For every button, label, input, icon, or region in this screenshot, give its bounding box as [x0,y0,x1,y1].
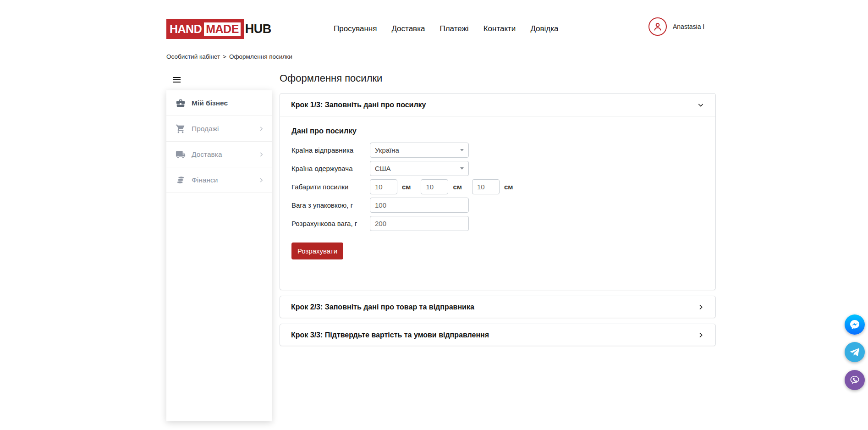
chevron-down-icon [697,101,704,109]
chevron-right-icon [258,126,264,132]
viber-icon [849,374,861,386]
logo-hand: HAND [170,22,202,36]
calc-weight-label: Розрахункова вага, г [291,220,370,227]
sender-country-row: Країна відправника Україна [291,143,704,158]
dimension-unit: см [453,183,461,191]
step3-title: Крок 3/3: Підтвердьте вартість та умови … [291,331,697,339]
telegram-button[interactable] [845,342,865,362]
dimension-unit: см [504,183,513,191]
dimension-width-input[interactable] [421,179,448,194]
step2-accordion-header[interactable]: Крок 2/3: Заповніть дані про товар та ві… [280,296,715,318]
recipient-country-value: США [375,165,460,172]
chevron-right-icon [697,331,704,339]
caret-down-icon [460,149,464,151]
step1-card: Крок 1/3: Заповніть дані про посилку Дан… [280,93,716,290]
nav-payments[interactable]: Платежі [439,24,468,33]
chevron-right-icon [258,177,264,183]
logo-made: MADE [204,22,241,36]
nav-contacts[interactable]: Контакти [483,24,516,33]
step2-card: Крок 2/3: Заповніть дані про товар та ві… [280,296,716,318]
sender-country-select[interactable]: Україна [370,143,469,158]
step2-title: Крок 2/3: Заповніть дані про товар та ві… [291,303,697,311]
chevron-right-icon [258,151,264,158]
viber-button[interactable] [845,370,865,390]
recipient-country-row: Країна одержувача США [291,161,704,176]
packed-weight-label: Вага з упаковкою, г [291,201,370,209]
user-name: Anastasia I [673,23,704,30]
calc-weight-input[interactable] [370,216,469,231]
sidebar-item-label: Доставка [192,150,258,159]
breadcrumb-separator: > [223,53,226,60]
sidebar-item-delivery[interactable]: Доставка [166,142,272,167]
nav-help[interactable]: Довідка [530,24,558,33]
sidebar-item-label: Продажі [192,125,258,133]
dimension-height-input[interactable] [472,179,500,194]
packed-weight-input[interactable] [370,198,469,213]
sidebar-item-my-business[interactable]: Мій бізнес [166,90,272,116]
calculate-button[interactable]: Розрахувати [291,243,343,259]
breadcrumb: Особистий кабінет > Оформлення посилки [166,53,292,60]
form-heading: Дані про посилку [291,127,704,135]
step1-accordion-header[interactable]: Крок 1/3: Заповніть дані про посилку [280,94,715,116]
sidebar-item-finance[interactable]: Фінанси [166,167,272,193]
messenger-icon [849,319,860,330]
page-title: Оформлення посилки [280,72,382,84]
sidebar-item-label: Мій бізнес [192,99,264,107]
breadcrumb-cabinet[interactable]: Особистий кабінет [166,53,220,60]
nav-promotion[interactable]: Просування [334,24,377,33]
recipient-country-label: Країна одержувача [291,165,370,172]
nav-delivery[interactable]: Доставка [391,24,425,33]
sender-country-label: Країна відправника [291,146,370,154]
dimensions-row: Габарити посилки см см см [291,179,704,194]
user-avatar-icon [648,17,667,36]
dimensions-label: Габарити посилки [291,183,370,191]
sidebar-item-label: Фінанси [192,176,258,184]
truck-icon [176,149,186,160]
step1-body: Дані про посилку Країна відправника Укра… [280,116,715,270]
step1-title: Крок 1/3: Заповніть дані про посилку [291,101,697,109]
sidebar-toggle-hamburger-icon[interactable] [173,77,181,84]
step3-card: Крок 3/3: Підтвердьте вартість та умови … [280,324,716,346]
breadcrumb-current: Оформлення посилки [229,53,292,60]
handmade-hub-logo[interactable]: HAND MADE HUB [166,19,271,39]
cart-icon [176,124,186,134]
sender-country-value: Україна [375,146,460,154]
step3-accordion-header[interactable]: Крок 3/3: Підтвердьте вартість та умови … [280,324,715,346]
sidebar-item-sales[interactable]: Продажі [166,116,272,142]
packed-weight-row: Вага з упаковкою, г [291,198,704,213]
logo-hub: HUB [245,22,271,36]
logo-red-box: HAND MADE [166,19,244,39]
telegram-icon [849,347,860,358]
calc-weight-row: Розрахункова вага, г [291,216,704,231]
caret-down-icon [460,167,464,170]
user-menu[interactable]: Anastasia I [648,17,704,36]
messenger-button[interactable] [845,314,865,335]
sidebar: Мій бізнес Продажі Доставка Фінанси [166,90,272,421]
main-nav: Просування Доставка Платежі Контакти Дов… [334,21,559,37]
chevron-right-icon [697,303,704,311]
briefcase-icon [176,98,186,108]
coins-icon [176,175,186,185]
dimension-unit: см [402,183,411,191]
recipient-country-select[interactable]: США [370,161,469,176]
dimension-length-input[interactable] [370,179,397,194]
